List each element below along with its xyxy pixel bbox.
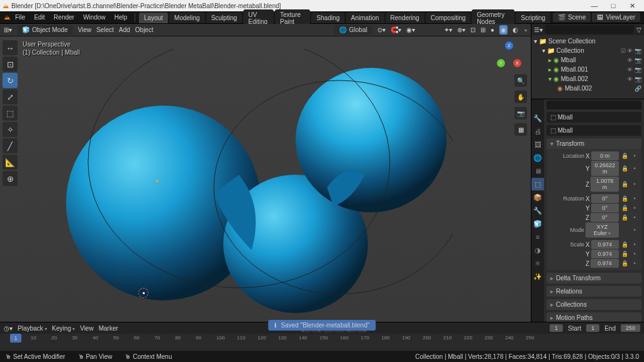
tab-shading[interactable]: Shading [311,13,345,23]
persp-icon[interactable]: ▦ [514,123,527,136]
scale-x[interactable]: 0.974 [591,240,619,249]
zoom-icon[interactable]: 🔍 [514,74,527,87]
outliner-item[interactable]: ▾ ◉Mball.002👁 📷 [534,74,641,84]
tool-transform[interactable]: ✧ [3,122,18,137]
tab-world[interactable]: 🖥 [531,165,544,177]
shading-solid[interactable]: ● [491,26,494,33]
menu-add[interactable]: Add [119,26,130,33]
scale-y[interactable]: 0.974 [591,250,619,258]
outliner-collection[interactable]: ▾ 📁Collection☑ 👁 📷 [534,46,641,55]
tab-scene[interactable]: 🌐 [531,151,544,164]
tab-particles[interactable]: 🔧 [531,204,544,217]
menu-render[interactable]: Render [50,13,78,22]
tab-physics[interactable]: 🧊 [531,217,544,230]
nav-gizmo[interactable]: X Y Z [494,40,523,69]
shading-matpreview[interactable]: ◉ [499,25,508,35]
3d-viewport[interactable]: ⊞▾ 🧊 Object Mode View Select Add Object … [0,24,531,322]
tool-cursor[interactable]: ⊡ [3,57,18,72]
outliner-item[interactable]: ▸ ◉Mball👁 📷 [534,55,641,65]
tab-scripting[interactable]: Scripting [516,13,550,23]
panel-transform[interactable]: Transform [547,138,641,149]
tl-keying[interactable]: Keying [52,325,75,332]
tl-playback[interactable]: Playback [18,325,47,332]
tool-select[interactable]: ↔ [3,40,18,55]
tab-rendering[interactable]: Rendering [386,13,425,23]
shading-wireframe[interactable]: ⊞ [480,26,486,33]
scene-selector[interactable]: 🎬 Scene [553,13,591,22]
menu-file[interactable]: File [11,13,29,22]
close-button[interactable]: ✕ [623,2,641,10]
tab-viewlayer[interactable]: 🖼 [531,138,544,151]
rot-y[interactable]: 0° [591,204,619,212]
tl-view[interactable]: View [80,325,94,332]
panel-motion[interactable]: Motion Paths [547,312,641,322]
rot-z[interactable]: 0° [591,213,619,222]
start-frame[interactable]: 1 [586,324,599,332]
panel-delta[interactable]: Delta Transform [547,273,641,283]
camera-icon[interactable]: 📷 [514,107,527,119]
outliner-search[interactable] [545,25,634,34]
minimize-button[interactable]: — [585,2,604,9]
tab-output[interactable]: 🖨 [531,125,544,138]
maximize-button[interactable]: □ [604,2,623,9]
props-object-name[interactable]: ⬚ Mball [547,125,641,136]
transform-orientation[interactable]: 🌐 Global [334,25,372,35]
menu-window[interactable]: Window [79,13,109,22]
shading-rendered[interactable]: ◐ [513,26,518,33]
menu-object[interactable]: Object [135,26,153,33]
tab-modifier[interactable]: 📦 [531,191,544,204]
menu-help[interactable]: Help [111,13,131,22]
shading-options[interactable] [523,26,527,33]
tool-annotate[interactable]: ╱ [3,138,18,153]
blender-icon[interactable]: ⛰ [4,14,10,21]
tool-rotate[interactable]: ⤢ [3,89,18,104]
tool-move[interactable]: ↻ [3,73,18,88]
viewlayer-selector[interactable]: 🖽 ViewLayer [592,13,640,22]
panel-relations[interactable]: Relations [547,286,641,297]
scale-z[interactable]: 0.974 [591,259,619,268]
tab-animation[interactable]: Animation [346,13,384,23]
timeline-mode-icon[interactable]: ◷▾ [4,325,13,332]
menu-view[interactable]: View [78,26,92,33]
loc-x[interactable]: 0 m [591,151,619,160]
tl-marker[interactable]: Marker [99,325,118,332]
tab-sculpting[interactable]: Sculpting [206,13,242,23]
viewport-canvas[interactable] [0,36,531,322]
tab-render[interactable]: 🔧 [531,112,544,124]
pivot-icon[interactable]: ⊙▾ [377,26,386,33]
snap-icon[interactable]: 🧲▾ [391,26,401,33]
editor-type-icon[interactable]: ⊞▾ [4,26,12,33]
props-search[interactable] [547,101,641,109]
pan-icon[interactable]: ✋ [514,90,527,103]
panel-collections[interactable]: Collections [547,299,641,310]
props-breadcrumb[interactable]: ⬚ Mball [547,112,641,123]
tab-texture[interactable]: ✨ [531,270,544,283]
loc-y[interactable]: 0.26622 m [591,161,619,176]
current-frame[interactable]: 1 [550,324,563,332]
tab-modeling[interactable]: Modeling [169,13,205,23]
outliner-item[interactable]: ▸ ◉Mball.001👁 📷 [534,65,641,74]
tab-constraints[interactable]: ≡ [531,231,544,243]
tool-add[interactable]: ⊕ [3,171,18,186]
filter-icon[interactable]: ▽ [636,26,641,33]
tab-layout[interactable]: Layout [139,13,168,23]
menu-edit[interactable]: Edit [30,13,48,22]
tool-scale[interactable]: ⬚ [3,106,18,121]
xray-toggle[interactable]: ⊡ [470,26,475,33]
rot-x[interactable]: 0° [591,194,619,203]
proportional-icon[interactable]: ◉▾ [406,26,415,33]
tab-material[interactable]: ⚛ [531,257,544,270]
timeline-track[interactable]: 1 01020304050607080901001101201301401501… [0,334,644,351]
loc-z[interactable]: 1.0078 m [591,177,619,192]
end-frame[interactable]: 250 [621,324,640,332]
outliner-mode-icon[interactable]: ☰▾ [534,26,543,33]
outliner-scene-collection[interactable]: ▾ 📁Scene Collection [534,36,641,46]
tab-object[interactable]: ⬚ [531,178,544,190]
overlay-toggle[interactable]: ⊕▾ [457,26,465,33]
menu-select[interactable]: Select [96,26,114,33]
rotation-mode[interactable]: XYZ Euler [586,222,619,238]
tool-measure[interactable]: 📐 [3,155,18,170]
tab-compositing[interactable]: Compositing [426,13,471,23]
outliner-child[interactable]: ◉Mball.002🔗 [534,84,641,93]
tab-data[interactable]: ◑ [531,244,544,256]
